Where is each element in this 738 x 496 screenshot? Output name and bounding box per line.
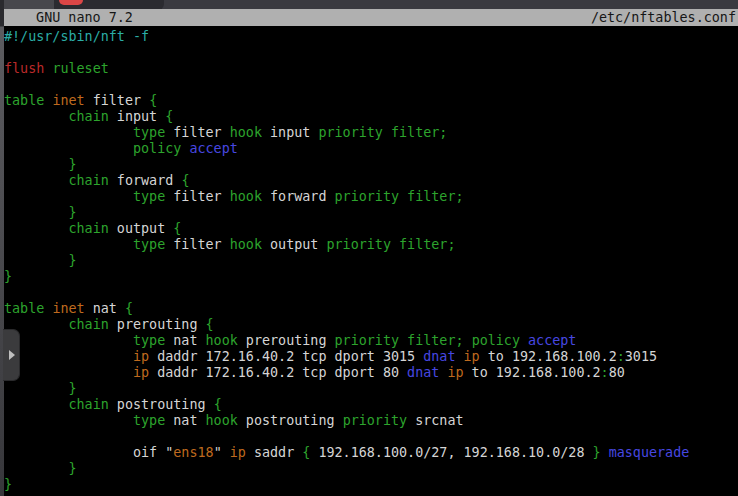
code-token xyxy=(455,349,463,364)
code-token: filter xyxy=(85,93,150,108)
code-token xyxy=(4,125,133,140)
code-token xyxy=(4,173,69,188)
red-tab-indicator-icon xyxy=(59,0,83,5)
editor-line: oif "ens18" ip saddr { 192.168.100.0/27,… xyxy=(4,445,738,461)
code-token: priority xyxy=(318,125,383,140)
window-edge-strip xyxy=(0,0,4,496)
code-token: priority xyxy=(335,333,400,348)
code-token: accept xyxy=(528,333,576,348)
code-token: chain xyxy=(69,317,109,332)
code-token: forward xyxy=(262,189,335,204)
code-token: } xyxy=(69,205,77,220)
code-token xyxy=(4,237,133,252)
code-token: filter xyxy=(165,189,230,204)
editor-line: policy accept xyxy=(4,141,738,157)
code-token: filter xyxy=(165,125,230,140)
code-token: output xyxy=(262,237,327,252)
file-path-label: /etc/nftables.conf xyxy=(591,10,736,25)
code-token: input xyxy=(109,109,165,124)
code-token: { xyxy=(125,301,133,316)
editor-line: } xyxy=(4,477,738,493)
code-token: 192.168.100.0/27, 192.168.10.0/28 xyxy=(310,445,592,460)
code-token: chain xyxy=(69,397,109,412)
code-token xyxy=(4,205,69,220)
code-token: filter; xyxy=(399,189,464,204)
nano-version-label: GNU nano 7.2 xyxy=(20,10,133,25)
editor-line xyxy=(4,45,738,61)
terminal-screen: GNU nano 7.2 /etc/nftables.conf #!/usr/s… xyxy=(0,0,738,496)
editor-line: table inet nat { xyxy=(4,301,738,317)
code-token: prerouting xyxy=(109,317,206,332)
code-token xyxy=(601,445,609,460)
code-token: accept xyxy=(189,141,237,156)
code-token: table xyxy=(4,301,44,316)
code-token xyxy=(4,381,69,396)
editor-line: type filter hook forward priority filter… xyxy=(4,189,738,205)
editor-line: ip daddr 172.16.40.2 tcp dport 80 dnat i… xyxy=(4,365,738,381)
code-token: priority xyxy=(335,189,400,204)
code-token: chain xyxy=(69,109,109,124)
code-token: type xyxy=(133,189,165,204)
code-token: hook xyxy=(230,189,262,204)
code-token xyxy=(4,157,69,172)
code-token: type xyxy=(133,333,165,348)
editor-line: } xyxy=(4,269,738,285)
code-token: type xyxy=(133,237,165,252)
editor-line xyxy=(4,285,738,301)
code-token: dnat xyxy=(423,349,455,364)
code-token: input xyxy=(262,125,318,140)
editor-line: } xyxy=(4,253,738,269)
side-panel-handle[interactable] xyxy=(3,329,20,381)
editor-line: type filter hook input priority filter; xyxy=(4,125,738,141)
code-token: postrouting xyxy=(109,397,214,412)
code-token xyxy=(4,397,69,412)
code-token: filter; xyxy=(391,237,456,252)
editor-line: } xyxy=(4,461,738,477)
editor-line: chain prerouting { xyxy=(4,317,738,333)
terminal-editor[interactable]: #!/usr/sbin/nft -fflush rulesettable ine… xyxy=(0,26,738,496)
code-token: hook xyxy=(206,413,238,428)
code-token xyxy=(4,109,69,124)
code-token: { xyxy=(214,397,222,412)
nano-titlebar: GNU nano 7.2 /etc/nftables.conf xyxy=(4,9,738,26)
code-token: chain xyxy=(69,221,109,236)
code-token: 3015 xyxy=(625,349,657,364)
code-token: hook xyxy=(230,125,262,140)
code-token: 80 xyxy=(609,365,625,380)
code-token: : xyxy=(617,349,625,364)
code-token: to 192.168.100.2 xyxy=(464,365,601,380)
code-token: ip xyxy=(133,349,149,364)
code-token: postrouting xyxy=(238,413,343,428)
code-token: { xyxy=(173,221,181,236)
code-token: ip xyxy=(464,349,480,364)
code-token: to 192.168.100.2 xyxy=(480,349,617,364)
code-token: } xyxy=(69,461,77,476)
code-token: filter; xyxy=(399,333,464,348)
code-token: filter xyxy=(165,237,230,252)
editor-line: } xyxy=(4,157,738,173)
expand-arrow-icon xyxy=(9,350,15,360)
code-token: inet xyxy=(52,93,84,108)
editor-line: } xyxy=(4,205,738,221)
code-token: dnat xyxy=(407,365,439,380)
code-token: ip xyxy=(230,445,246,460)
code-token xyxy=(4,365,133,380)
code-token xyxy=(4,333,133,348)
code-token: chain xyxy=(69,173,109,188)
code-token: hook xyxy=(206,333,238,348)
code-token: flush xyxy=(4,61,44,76)
code-token: nat xyxy=(165,333,205,348)
code-token: inet xyxy=(52,301,84,316)
editor-line: table inet filter { xyxy=(4,93,738,109)
code-token xyxy=(4,461,69,476)
code-token: } xyxy=(4,269,12,284)
code-token: priority xyxy=(327,237,392,252)
code-token: policy xyxy=(472,333,520,348)
code-token: daddr 172.16.40.2 tcp dport 3015 xyxy=(149,349,423,364)
code-token: policy xyxy=(133,141,181,156)
code-token: prerouting xyxy=(238,333,335,348)
code-token: output xyxy=(109,221,174,236)
code-token: oif " xyxy=(4,445,173,460)
code-token: } xyxy=(593,445,601,460)
code-token: ens18 xyxy=(173,445,213,460)
